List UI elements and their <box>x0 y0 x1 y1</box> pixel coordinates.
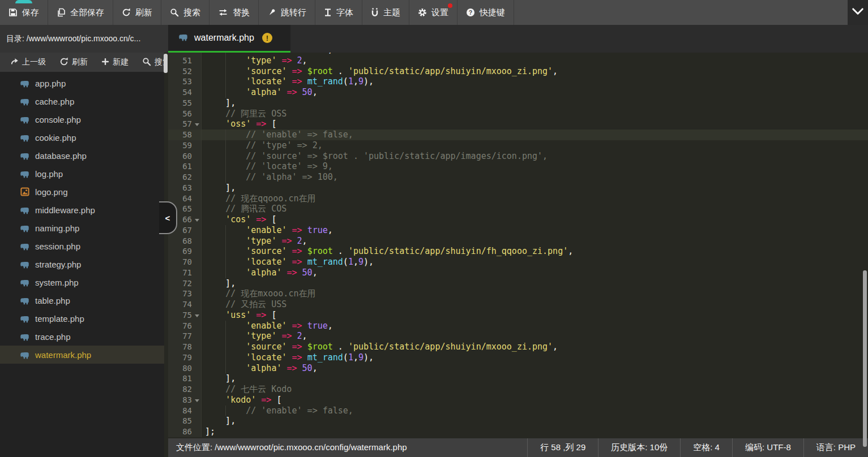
file-location-label: 文件位置: /www/wwwroot/pic.mxooo.cn/config/w… <box>168 442 527 453</box>
php-elephant-icon <box>20 314 30 323</box>
indent-guide <box>225 172 226 183</box>
file-item-app.php[interactable]: app.php <box>0 74 164 92</box>
php-elephant-icon <box>20 97 30 106</box>
code-text: ], <box>202 98 868 109</box>
tab-watermark-php[interactable]: watermark.php ! <box>168 25 290 53</box>
file-item-system.php[interactable]: system.php <box>0 273 164 291</box>
php-elephant-icon <box>20 260 30 269</box>
file-item-table.php[interactable]: table.php <box>0 291 164 309</box>
code-line-60: 60 // 'source' => $root . 'public/static… <box>168 151 868 162</box>
toolbar-button-font[interactable]: 字体 <box>315 0 362 25</box>
code-line-66: 66 'cos' => [ <box>168 214 868 225</box>
toolbar-button-goto-line[interactable]: 跳转行 <box>259 0 315 25</box>
file-item-session.php[interactable]: session.php <box>0 237 164 255</box>
code-line-62: 62 // 'alpha' => 100, <box>168 172 868 183</box>
file-item-cookie.php[interactable]: cookie.php <box>0 128 164 146</box>
code-text: 'enable' => true, <box>202 225 868 236</box>
line-number: 52 <box>168 66 202 77</box>
toolbar-button-label: 字体 <box>336 7 353 18</box>
sidebar-collapse-handle[interactable]: < <box>159 201 177 234</box>
toolbar-button-save[interactable]: 保存 <box>0 0 48 25</box>
sidebar-toolbar-button-search[interactable]: 搜索 <box>136 57 164 68</box>
code-text: 'kodo' => [ <box>202 395 868 406</box>
file-item-log.php[interactable]: log.php <box>0 165 164 183</box>
toolbar-button-save-all[interactable]: 全部保存 <box>48 0 113 25</box>
file-item-watermark.php[interactable]: watermark.php <box>0 346 164 364</box>
toolbar-button-label: 替换 <box>233 7 250 18</box>
line-number: 79 <box>168 352 202 363</box>
indent-guide <box>225 321 226 331</box>
line-number: 58 <box>168 130 202 140</box>
sidebar-toolbar-label: 上一级 <box>22 57 46 67</box>
toolbar-button-settings[interactable]: 设置 <box>409 0 457 25</box>
indent-guide <box>225 87 226 98</box>
code-text: // 'type' => 2, <box>202 140 868 151</box>
fold-toggle-icon[interactable] <box>195 314 199 317</box>
toolbar-button-label: 搜索 <box>183 7 200 18</box>
line-number: 85 <box>168 416 202 426</box>
code-line-69: 69 'source' => $root . 'public/static/ap… <box>168 246 868 257</box>
help-icon: ? <box>466 8 475 17</box>
fold-toggle-icon[interactable] <box>195 219 199 222</box>
file-list: app.phpcache.phpconsole.phpcookie.phpdat… <box>0 74 164 364</box>
file-name: database.php <box>35 151 87 161</box>
toolbar-button-label: 主题 <box>383 7 400 18</box>
toolbar-button-theme[interactable]: 主题 <box>362 0 409 25</box>
file-name: watermark.php <box>35 350 91 360</box>
file-item-strategy.php[interactable]: strategy.php <box>0 255 164 273</box>
line-number: 59 <box>168 140 202 151</box>
sidebar-scrollbar-thumb[interactable] <box>164 54 168 73</box>
code-line-58: 58 // 'enable' => false, <box>168 130 868 140</box>
collapse-toolbar-button[interactable] <box>848 0 868 25</box>
line-number: 64 <box>168 193 202 204</box>
file-item-cache.php[interactable]: cache.php <box>0 92 164 110</box>
code-scroll-content: 50 ',51 'type' => 2,52 'source' => $root… <box>168 53 868 437</box>
toolbar-button-label: 全部保存 <box>70 7 104 18</box>
indent-guide <box>225 130 226 140</box>
sidebar-toolbar-button-refresh[interactable]: 刷新 <box>54 57 93 68</box>
file-name: session.php <box>35 242 80 251</box>
file-item-trace.php[interactable]: trace.php <box>0 327 164 346</box>
php-elephant-icon <box>20 115 30 124</box>
indent-guide <box>225 66 226 77</box>
code-line-75: 75 'uss' => [ <box>168 310 868 321</box>
code-text: 'source' => $root . 'public/static/app/s… <box>202 66 868 77</box>
file-item-middleware.php[interactable]: middleware.php <box>0 201 164 219</box>
file-name: template.php <box>35 314 84 324</box>
toolbar-button-replace[interactable]: 替换 <box>209 0 259 25</box>
sidebar-toolbar-button-new[interactable]: 新建 <box>96 57 134 67</box>
file-item-template.php[interactable]: template.php <box>0 309 164 327</box>
search-icon <box>170 8 179 17</box>
indent-guide <box>225 268 226 278</box>
code-line-79: 79 'locate' => mt_rand(1,9), <box>168 352 868 363</box>
toolbar-button-search[interactable]: 搜索 <box>161 0 209 25</box>
file-name: table.php <box>35 296 70 305</box>
indent-guide <box>225 140 226 151</box>
file-item-database.php[interactable]: database.php <box>0 146 164 165</box>
code-line-65: 65 // 腾讯云 COS <box>168 204 868 214</box>
file-item-naming.php[interactable]: naming.php <box>0 219 164 237</box>
save-icon <box>8 8 18 17</box>
toolbar-button-shortcuts[interactable]: ?快捷键 <box>457 0 514 25</box>
file-item-logo.png[interactable]: logo.png <box>0 183 164 201</box>
code-text: ], <box>202 373 868 384</box>
indent-guide <box>225 151 226 162</box>
code-text: 'alpha' => 50, <box>202 363 868 374</box>
code-line-73: 73 // 现在mxooo.cn在用 <box>168 288 868 299</box>
line-number: 55 <box>168 98 202 109</box>
editor-scrollbar-thumb[interactable] <box>863 270 867 447</box>
code-line-54: 54 'alpha' => 50, <box>168 87 868 98</box>
line-number: 86 <box>168 426 202 437</box>
toolbar-button-refresh[interactable]: 刷新 <box>113 0 161 25</box>
fold-toggle-icon[interactable] <box>195 399 199 402</box>
sidebar-toolbar-button-up-level[interactable]: 上一级 <box>5 57 52 67</box>
teal-accent-dome <box>15 0 32 3</box>
fold-toggle-icon[interactable] <box>195 123 199 126</box>
file-item-console.php[interactable]: console.php <box>0 110 164 128</box>
line-number: 61 <box>168 161 202 172</box>
php-elephant-icon <box>20 79 30 88</box>
file-name: middleware.php <box>35 205 95 215</box>
status-spaces: 空格: 4 <box>680 438 732 457</box>
code-editor-area[interactable]: 50 ',51 'type' => 2,52 'source' => $root… <box>168 53 868 438</box>
indent-guide <box>225 352 226 363</box>
